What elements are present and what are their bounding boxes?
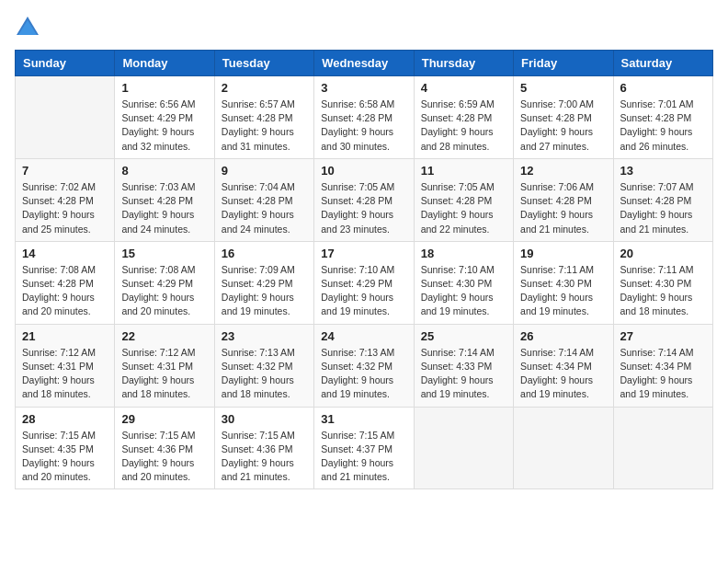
calendar-cell: [16, 76, 115, 159]
day-number: 4: [421, 81, 506, 95]
day-number: 22: [121, 329, 207, 343]
day-info: Sunrise: 7:08 AMSunset: 4:29 PMDaylight:…: [121, 263, 207, 319]
calendar-cell: 2Sunrise: 6:57 AMSunset: 4:28 PMDaylight…: [214, 76, 313, 159]
calendar-cell: 7Sunrise: 7:02 AMSunset: 4:28 PMDaylight…: [16, 158, 115, 241]
day-info: Sunrise: 7:07 AMSunset: 4:28 PMDaylight:…: [620, 180, 706, 236]
calendar-cell: 30Sunrise: 7:15 AMSunset: 4:36 PMDayligh…: [214, 407, 313, 489]
day-number: 11: [421, 164, 506, 178]
day-number: 7: [22, 164, 108, 178]
day-info: Sunrise: 6:57 AMSunset: 4:28 PMDaylight:…: [222, 98, 307, 154]
weekday-header-friday: Friday: [514, 51, 613, 76]
calendar-cell: 5Sunrise: 7:00 AMSunset: 4:28 PMDaylight…: [514, 76, 613, 159]
day-number: 14: [22, 247, 108, 260]
day-info: Sunrise: 6:59 AMSunset: 4:28 PMDaylight:…: [421, 98, 506, 154]
day-info: Sunrise: 7:01 AMSunset: 4:28 PMDaylight:…: [620, 98, 706, 154]
day-info: Sunrise: 7:06 AMSunset: 4:28 PMDaylight:…: [520, 180, 606, 236]
day-info: Sunrise: 7:00 AMSunset: 4:28 PMDaylight:…: [520, 98, 606, 154]
day-number: 5: [520, 81, 606, 95]
calendar-cell: 10Sunrise: 7:05 AMSunset: 4:28 PMDayligh…: [314, 158, 414, 241]
calendar-body: 1Sunrise: 6:56 AMSunset: 4:29 PMDaylight…: [16, 76, 713, 489]
weekday-header-tuesday: Tuesday: [214, 51, 313, 76]
calendar-cell: 12Sunrise: 7:06 AMSunset: 4:28 PMDayligh…: [514, 158, 613, 241]
calendar-cell: 9Sunrise: 7:04 AMSunset: 4:28 PMDaylight…: [214, 158, 313, 241]
day-number: 27: [620, 329, 706, 343]
calendar-header: SundayMondayTuesdayWednesdayThursdayFrid…: [16, 51, 713, 76]
day-info: Sunrise: 7:04 AMSunset: 4:28 PMDaylight:…: [222, 180, 307, 236]
logo-icon: [15, 15, 40, 40]
calendar-cell: 18Sunrise: 7:10 AMSunset: 4:30 PMDayligh…: [414, 241, 513, 324]
day-number: 23: [222, 329, 307, 343]
day-info: Sunrise: 7:15 AMSunset: 4:37 PMDaylight:…: [321, 429, 406, 485]
day-info: Sunrise: 7:05 AMSunset: 4:28 PMDaylight:…: [321, 180, 406, 236]
day-info: Sunrise: 7:13 AMSunset: 4:32 PMDaylight:…: [321, 346, 406, 402]
day-number: 31: [321, 412, 406, 426]
day-number: 17: [321, 247, 406, 260]
day-number: 2: [222, 81, 307, 95]
calendar-week-2: 7Sunrise: 7:02 AMSunset: 4:28 PMDaylight…: [16, 158, 713, 241]
calendar-cell: 15Sunrise: 7:08 AMSunset: 4:29 PMDayligh…: [115, 241, 214, 324]
calendar-cell: 23Sunrise: 7:13 AMSunset: 4:32 PMDayligh…: [214, 324, 313, 407]
day-number: 19: [520, 247, 606, 260]
day-info: Sunrise: 7:12 AMSunset: 4:31 PMDaylight:…: [22, 346, 108, 402]
calendar-cell: 24Sunrise: 7:13 AMSunset: 4:32 PMDayligh…: [314, 324, 414, 407]
day-number: 1: [121, 81, 207, 95]
day-number: 6: [620, 81, 706, 95]
calendar-cell: 26Sunrise: 7:14 AMSunset: 4:34 PMDayligh…: [514, 324, 613, 407]
day-info: Sunrise: 7:11 AMSunset: 4:30 PMDaylight:…: [520, 263, 606, 319]
day-info: Sunrise: 7:10 AMSunset: 4:30 PMDaylight:…: [421, 263, 506, 319]
calendar-cell: 22Sunrise: 7:12 AMSunset: 4:31 PMDayligh…: [115, 324, 214, 407]
calendar-cell: 20Sunrise: 7:11 AMSunset: 4:30 PMDayligh…: [613, 241, 712, 324]
day-info: Sunrise: 7:14 AMSunset: 4:34 PMDaylight:…: [520, 346, 606, 402]
calendar-week-1: 1Sunrise: 6:56 AMSunset: 4:29 PMDaylight…: [16, 76, 713, 159]
day-number: 10: [321, 164, 406, 178]
weekday-header-wednesday: Wednesday: [314, 51, 414, 76]
day-number: 29: [121, 412, 207, 426]
calendar-week-3: 14Sunrise: 7:08 AMSunset: 4:28 PMDayligh…: [16, 241, 713, 324]
day-number: 13: [620, 164, 706, 178]
day-number: 24: [321, 329, 406, 343]
day-number: 9: [222, 164, 307, 178]
day-info: Sunrise: 7:14 AMSunset: 4:33 PMDaylight:…: [421, 346, 506, 402]
day-info: Sunrise: 7:12 AMSunset: 4:31 PMDaylight:…: [121, 346, 207, 402]
day-number: 3: [321, 81, 406, 95]
weekday-header-row: SundayMondayTuesdayWednesdayThursdayFrid…: [16, 51, 713, 76]
day-number: 18: [421, 247, 506, 260]
calendar-cell: 14Sunrise: 7:08 AMSunset: 4:28 PMDayligh…: [16, 241, 115, 324]
calendar-cell: 19Sunrise: 7:11 AMSunset: 4:30 PMDayligh…: [514, 241, 613, 324]
day-info: Sunrise: 7:13 AMSunset: 4:32 PMDaylight:…: [222, 346, 307, 402]
weekday-header-sunday: Sunday: [16, 51, 115, 76]
weekday-header-saturday: Saturday: [613, 51, 712, 76]
calendar-cell: 16Sunrise: 7:09 AMSunset: 4:29 PMDayligh…: [214, 241, 313, 324]
day-info: Sunrise: 7:11 AMSunset: 4:30 PMDaylight:…: [620, 263, 706, 319]
day-info: Sunrise: 7:03 AMSunset: 4:28 PMDaylight:…: [121, 180, 207, 236]
calendar-cell: 21Sunrise: 7:12 AMSunset: 4:31 PMDayligh…: [16, 324, 115, 407]
calendar-cell: 28Sunrise: 7:15 AMSunset: 4:35 PMDayligh…: [16, 407, 115, 489]
calendar-cell: 4Sunrise: 6:59 AMSunset: 4:28 PMDaylight…: [414, 76, 513, 159]
calendar-cell: 27Sunrise: 7:14 AMSunset: 4:34 PMDayligh…: [613, 324, 712, 407]
calendar-cell: [613, 407, 712, 489]
day-info: Sunrise: 7:15 AMSunset: 4:36 PMDaylight:…: [121, 429, 207, 485]
day-number: 16: [222, 247, 307, 260]
calendar-cell: 11Sunrise: 7:05 AMSunset: 4:28 PMDayligh…: [414, 158, 513, 241]
weekday-header-thursday: Thursday: [414, 51, 513, 76]
day-number: 25: [421, 329, 506, 343]
calendar-week-5: 28Sunrise: 7:15 AMSunset: 4:35 PMDayligh…: [16, 407, 713, 489]
calendar-cell: [514, 407, 613, 489]
day-number: 21: [22, 329, 108, 343]
calendar-cell: [414, 407, 513, 489]
calendar-cell: 25Sunrise: 7:14 AMSunset: 4:33 PMDayligh…: [414, 324, 513, 407]
calendar-cell: 6Sunrise: 7:01 AMSunset: 4:28 PMDaylight…: [613, 76, 712, 159]
day-number: 28: [22, 412, 108, 426]
page-header: [15, 15, 713, 40]
day-info: Sunrise: 7:09 AMSunset: 4:29 PMDaylight:…: [222, 263, 307, 319]
day-info: Sunrise: 7:14 AMSunset: 4:34 PMDaylight:…: [620, 346, 706, 402]
day-info: Sunrise: 7:08 AMSunset: 4:28 PMDaylight:…: [22, 263, 108, 319]
day-info: Sunrise: 6:58 AMSunset: 4:28 PMDaylight:…: [321, 98, 406, 154]
calendar-cell: 13Sunrise: 7:07 AMSunset: 4:28 PMDayligh…: [613, 158, 712, 241]
day-number: 8: [121, 164, 207, 178]
day-number: 12: [520, 164, 606, 178]
day-number: 20: [620, 247, 706, 260]
day-info: Sunrise: 7:05 AMSunset: 4:28 PMDaylight:…: [421, 180, 506, 236]
calendar-cell: 29Sunrise: 7:15 AMSunset: 4:36 PMDayligh…: [115, 407, 214, 489]
calendar-week-4: 21Sunrise: 7:12 AMSunset: 4:31 PMDayligh…: [16, 324, 713, 407]
